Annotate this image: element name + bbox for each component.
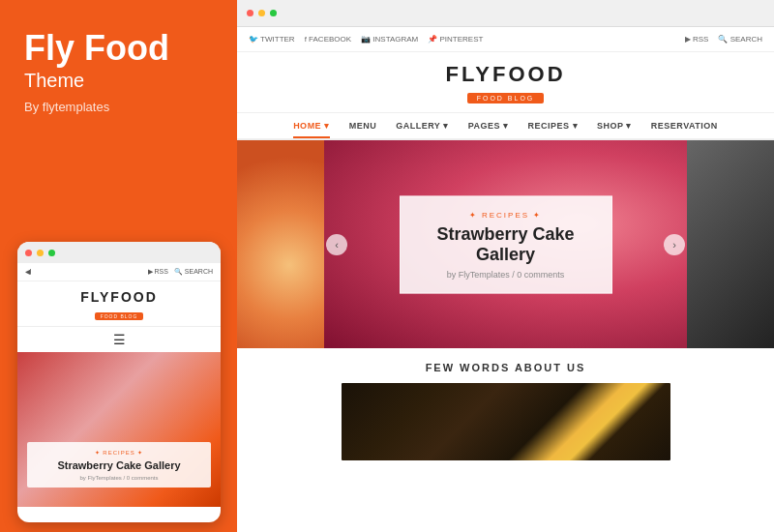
hero-card-title: Strawberry Cake Gallery <box>420 223 592 264</box>
mobile-hero-title: Strawberry Cake Gallery <box>37 458 201 472</box>
left-title: Fly Food <box>24 29 213 68</box>
mobile-hero: ✦ RECIPES ✦ Strawberry Cake Gallery by F… <box>17 352 221 507</box>
browser-chrome <box>237 0 774 27</box>
mobile-hero-card: ✦ RECIPES ✦ Strawberry Cake Gallery by F… <box>27 442 211 488</box>
mobile-search: 🔍 SEARCH <box>174 268 213 276</box>
hero-slider: ✦ RECIPES ✦ Strawberry Cake Gallery by F… <box>237 140 774 348</box>
social-bar: 🐦 TWITTER f FACEBOOK 📷 INSTAGRAM 📌 PINTE… <box>237 27 774 52</box>
left-panel: Fly Food Theme By flytemplates ⯇ ▶ RSS 🔍… <box>0 0 237 532</box>
nav-home[interactable]: HOME ▾ <box>293 121 330 138</box>
mobile-rss: ▶ RSS <box>148 268 168 276</box>
hero-card: ✦ RECIPES ✦ Strawberry Cake Gallery by F… <box>400 195 612 293</box>
nav-shop[interactable]: SHOP ▾ <box>597 121 632 131</box>
rss-link[interactable]: ▶ RSS <box>685 35 709 44</box>
mobile-nav-bar: ⯇ ▶ RSS 🔍 SEARCH <box>17 263 221 281</box>
browser-dot-red <box>247 10 253 16</box>
social-twitter[interactable]: 🐦 TWITTER <box>249 35 295 44</box>
hero-recipes-label: ✦ RECIPES ✦ <box>420 210 592 219</box>
mobile-logo-text: FLYFOOD <box>17 289 221 305</box>
slider-arrow-left[interactable]: ‹ <box>326 234 347 255</box>
social-facebook[interactable]: f FACEBOOK <box>305 35 351 44</box>
social-right: ▶ RSS 🔍 SEARCH <box>685 35 762 44</box>
left-subtitle: Theme <box>24 70 213 92</box>
about-section: FEW WORDS ABOUT US <box>237 348 774 468</box>
mobile-logo-area: FLYFOOD FOOD BLOG <box>17 281 221 327</box>
left-byline: By flytemplates <box>24 100 213 114</box>
hero-right-food-image <box>687 140 774 348</box>
social-left: 🐦 TWITTER f FACEBOOK 📷 INSTAGRAM 📌 PINTE… <box>249 35 483 44</box>
hero-left-food-image <box>237 140 324 348</box>
site-logo-area: FLYFOOD FOOD BLOG <box>237 52 774 113</box>
site-content: 🐦 TWITTER f FACEBOOK 📷 INSTAGRAM 📌 PINTE… <box>237 27 774 532</box>
right-panel: 🐦 TWITTER f FACEBOOK 📷 INSTAGRAM 📌 PINTE… <box>237 0 774 532</box>
mobile-topbar <box>17 242 221 263</box>
browser-dot-green <box>270 10 277 16</box>
site-navigation: HOME ▾ MENU GALLERY ▾ PAGES ▾ RECIPES ▾ … <box>237 113 774 140</box>
browser-dot-yellow <box>258 10 265 16</box>
social-instagram[interactable]: 📷 INSTAGRAM <box>361 35 418 44</box>
nav-pages[interactable]: PAGES ▾ <box>468 121 509 131</box>
site-logo-text: FLYFOOD <box>237 62 774 87</box>
about-title: FEW WORDS ABOUT US <box>249 362 762 373</box>
hero-main-image: ✦ RECIPES ✦ Strawberry Cake Gallery by F… <box>324 140 687 348</box>
dot-yellow <box>37 250 44 256</box>
about-image <box>342 383 670 460</box>
slider-arrow-right[interactable]: › <box>664 234 685 255</box>
site-logo-badge: FOOD BLOG <box>467 93 545 103</box>
mobile-logo-badge: FOOD BLOG <box>95 312 144 320</box>
mobile-hamburger-icon[interactable]: ☰ <box>17 327 221 352</box>
dot-green <box>48 250 55 256</box>
nav-menu[interactable]: MENU <box>349 121 377 131</box>
nav-reservation[interactable]: RESERVATION <box>651 121 718 131</box>
hero-right-thumbnail <box>687 140 774 348</box>
social-pinterest[interactable]: 📌 PINTEREST <box>428 35 483 44</box>
nav-recipes[interactable]: RECIPES ▾ <box>528 121 579 131</box>
mobile-share-icon: ⯇ <box>25 269 32 276</box>
nav-gallery[interactable]: GALLERY ▾ <box>396 121 449 131</box>
search-link[interactable]: 🔍 SEARCH <box>718 35 762 44</box>
hero-card-meta: by FlyTemplates / 0 comments <box>420 269 592 279</box>
dot-red <box>25 250 32 256</box>
hero-left-thumbnail <box>237 140 324 348</box>
mobile-recipes-label: ✦ RECIPES ✦ <box>37 449 201 456</box>
mobile-hero-meta: by FlyTemplates / 0 comments <box>37 475 201 481</box>
mobile-mockup: ⯇ ▶ RSS 🔍 SEARCH FLYFOOD FOOD BLOG ☰ ✦ R… <box>17 242 221 522</box>
about-image-inner <box>342 383 670 460</box>
